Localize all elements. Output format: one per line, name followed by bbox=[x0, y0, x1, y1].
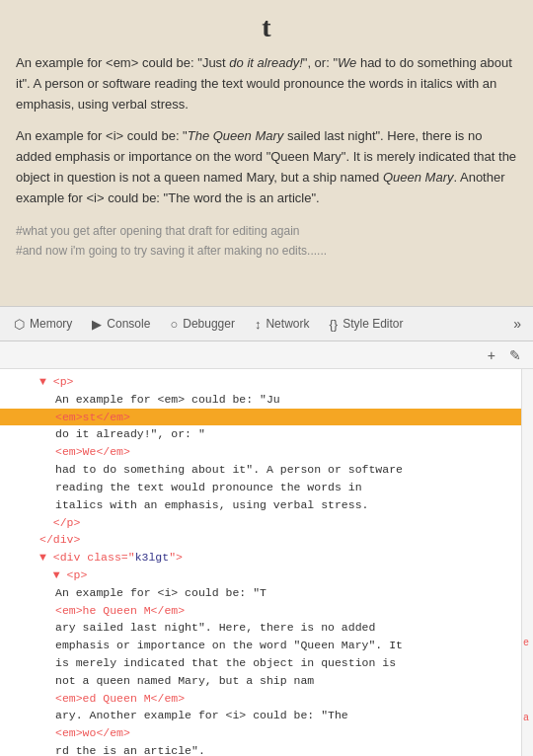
network-icon: ↕ bbox=[255, 317, 262, 332]
code-line: <em>he Queen M</em> bbox=[0, 602, 521, 620]
code-line: <em>We</em> bbox=[0, 443, 521, 461]
code-line: ▼ <div class="k3lgt"> bbox=[0, 549, 521, 567]
tab-network-label: Network bbox=[266, 317, 309, 331]
tab-memory[interactable]: ⬡ Memory bbox=[4, 311, 82, 338]
preview-area: t An example for <em> could be: "Just do… bbox=[0, 0, 533, 306]
code-line: <em>wo</em> bbox=[0, 724, 521, 742]
more-tabs-button[interactable]: » bbox=[505, 310, 529, 338]
comment-line-1: #what you get after opening that draft f… bbox=[16, 224, 300, 238]
code-line: An example for <i> could be: "T bbox=[0, 584, 521, 602]
code-line: ary sailed last night". Here, there is n… bbox=[0, 619, 521, 637]
code-line: emphasis or importance on the word "Quee… bbox=[0, 637, 521, 654]
preview-paragraph-2: An example for <i> could be: "The Queen … bbox=[16, 126, 517, 208]
code-line: An example for <em> could be: "Ju bbox=[0, 391, 521, 409]
style-editor-icon: {} bbox=[329, 317, 338, 332]
code-line: not a queen named Mary, but a ship nam bbox=[0, 672, 521, 690]
debugger-icon: ○ bbox=[170, 317, 178, 332]
tab-console[interactable]: ▶ Console bbox=[82, 311, 160, 338]
memory-icon: ⬡ bbox=[14, 317, 25, 332]
code-line-highlighted: <em>st</em> bbox=[0, 409, 521, 426]
code-line: <em>ed Queen M</em> bbox=[0, 690, 521, 708]
pick-element-button[interactable]: ✎ bbox=[505, 345, 525, 365]
right-margin: e a t bbox=[519, 369, 533, 756]
tab-style-editor[interactable]: {} Style Editor bbox=[319, 311, 413, 338]
code-toolbar: + ✎ bbox=[0, 341, 533, 369]
preview-paragraph-1: An example for <em> could be: "Just do i… bbox=[16, 53, 517, 114]
console-icon: ▶ bbox=[92, 317, 102, 332]
code-line: ary. Another example for <i> could be: "… bbox=[0, 707, 521, 724]
tab-memory-label: Memory bbox=[30, 317, 72, 331]
code-line: rd the is an article". bbox=[0, 742, 521, 756]
code-area: ▼ <p> An example for <em> could be: "Ju … bbox=[0, 369, 521, 756]
code-line: is merely indicated that the object in q… bbox=[0, 654, 521, 672]
margin-letter-e: e bbox=[519, 636, 533, 651]
tab-debugger-label: Debugger bbox=[183, 317, 235, 331]
code-line: had to do something about it". A person … bbox=[0, 461, 521, 479]
tab-style-editor-label: Style Editor bbox=[343, 317, 403, 331]
tab-console-label: Console bbox=[107, 317, 150, 331]
add-node-button[interactable]: + bbox=[484, 345, 499, 365]
comment-line-2: #and now i'm going to try saving it afte… bbox=[16, 244, 327, 258]
code-line: italics with an emphasis, using verbal s… bbox=[0, 496, 521, 514]
code-line: reading the text would pronounce the wor… bbox=[0, 479, 521, 496]
preview-title: t bbox=[16, 12, 517, 43]
scrollbar[interactable]: e a t bbox=[521, 369, 533, 756]
preview-comment: #what you get after opening that draft f… bbox=[16, 221, 517, 262]
code-line: </div> bbox=[0, 531, 521, 549]
margin-letter-a: a bbox=[519, 711, 533, 726]
code-line: ▼ <p> bbox=[0, 373, 521, 391]
code-line: ▼ <p> bbox=[0, 567, 521, 584]
devtools-toolbar: ⬡ Memory ▶ Console ○ Debugger ↕ Network … bbox=[0, 306, 533, 341]
tab-network[interactable]: ↕ Network bbox=[245, 311, 320, 338]
code-line: do it already!", or: " bbox=[0, 425, 521, 443]
code-line: </p> bbox=[0, 514, 521, 532]
code-panel: ▼ <p> An example for <em> could be: "Ju … bbox=[0, 369, 533, 756]
tab-debugger[interactable]: ○ Debugger bbox=[160, 311, 245, 338]
